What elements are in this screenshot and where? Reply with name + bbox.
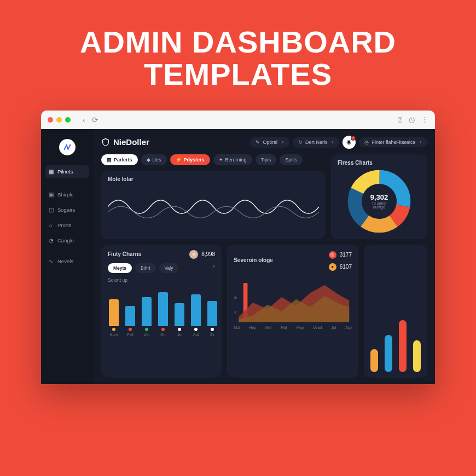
wave-title: Mole lolar bbox=[108, 176, 319, 182]
chip-meyts[interactable]: Meyts bbox=[108, 263, 132, 273]
tag-icon: ◆ bbox=[147, 157, 150, 162]
back-icon[interactable]: ‹ bbox=[83, 115, 85, 124]
browser-nav: ‹ ⟳ bbox=[83, 115, 98, 124]
area-card: Severoin ologe ◎3177 ●6107 8 18 bbox=[227, 245, 358, 378]
donut-value: 9,302 bbox=[370, 193, 388, 201]
donut-card: Firess Charts 9,302 To ue bbox=[331, 154, 427, 239]
star-icon: ✦ bbox=[219, 157, 223, 162]
notifications-button[interactable]: ◉ bbox=[343, 136, 356, 149]
browser-window: ‹ ⟳ ⍰ ◷ ⋮ ▦Pilnets ▣Shirple ◫Sogairs ⌂Pr… bbox=[41, 111, 435, 384]
close-icon[interactable] bbox=[48, 117, 53, 123]
donut-chart: 9,302 To ueber durrige bbox=[347, 169, 411, 234]
tab-spilts[interactable]: Spilts bbox=[280, 154, 303, 165]
sidebar-item-prorts[interactable]: ⌂Prorts bbox=[45, 219, 89, 232]
main-content: NieDoller ✎Optiral ↻Dert Nerls ◉ ◷ Finte… bbox=[94, 129, 435, 384]
svg-text:18: 18 bbox=[234, 295, 237, 300]
chip-valy[interactable]: Valy bbox=[159, 263, 179, 273]
clock-icon: ◷ bbox=[364, 140, 369, 145]
more-icon[interactable]: ⋮ bbox=[421, 115, 428, 124]
layers-icon: ◫ bbox=[48, 207, 54, 213]
refresh-icon[interactable]: ⟳ bbox=[92, 115, 98, 124]
topbar: NieDoller ✎Optiral ↻Dert Nerls ◉ ◷ Finte… bbox=[101, 136, 427, 149]
avatar-icon: ☻ bbox=[189, 250, 198, 259]
area-x-axis: MolHepMerRatMepUvadJulAsp bbox=[234, 326, 352, 329]
fiuty-title: Fiuty Charns bbox=[108, 251, 141, 257]
right-bars-card bbox=[364, 245, 427, 378]
wave-icon: ∿ bbox=[48, 258, 54, 265]
area-chart: 8 18 bbox=[234, 273, 352, 324]
stat-6107: ●6107 bbox=[329, 263, 352, 271]
fiuty-sub: Solont up bbox=[108, 277, 215, 283]
stat-3177: ◎3177 bbox=[329, 251, 352, 259]
sidebar: ▦Pilnets ▣Shirple ◫Sogairs ⌂Prorts ◔Cang… bbox=[41, 129, 94, 384]
browser-chrome: ‹ ⟳ ⍰ ◷ ⋮ bbox=[41, 111, 435, 129]
top-pill-dert[interactable]: ↻Dert Nerls bbox=[293, 137, 340, 148]
doc-icon: ▤ bbox=[107, 157, 112, 162]
sidebar-item-shirple[interactable]: ▣Shirple bbox=[45, 188, 89, 201]
sidebar-item-pilnets[interactable]: ▦Pilnets bbox=[45, 165, 89, 178]
svg-point-0 bbox=[69, 144, 71, 146]
minimize-icon[interactable] bbox=[56, 117, 62, 123]
traffic-lights bbox=[48, 117, 71, 123]
home-icon: ⌂ bbox=[48, 222, 54, 229]
chevron-down-icon[interactable] bbox=[211, 263, 215, 273]
box-icon: ▣ bbox=[48, 191, 54, 198]
bar-chart: HornFallUldOnJoAutSir bbox=[108, 293, 215, 336]
tab-tipis[interactable]: Tipis bbox=[256, 154, 277, 165]
wave-chart-card: Mole lolar bbox=[101, 171, 326, 239]
user-icon[interactable]: ⍰ bbox=[398, 115, 402, 124]
bell-icon: ◉ bbox=[346, 138, 352, 146]
avatar-stat: ☻ 8,998 bbox=[189, 250, 215, 259]
coin-icon: ● bbox=[329, 263, 336, 271]
tab-ues[interactable]: ◆Ues bbox=[141, 154, 167, 165]
link-icon: ↻ bbox=[298, 140, 303, 145]
wave-chart bbox=[108, 185, 319, 228]
top-pill-optiral[interactable]: ✎Optiral bbox=[250, 137, 289, 148]
filter-pill[interactable]: ◷ Finter flahsFitsesics bbox=[359, 137, 427, 147]
donut-sub: To ueber durrige bbox=[365, 201, 393, 209]
pie-icon: ◔ bbox=[48, 237, 54, 244]
chat-icon: ✎ bbox=[256, 140, 260, 145]
target-icon: ◎ bbox=[329, 251, 336, 259]
chip-bihrt[interactable]: Bihrt bbox=[135, 263, 155, 273]
shield-icon bbox=[101, 138, 110, 147]
bolt-icon: ⚡ bbox=[176, 157, 182, 162]
right-bars bbox=[370, 315, 421, 372]
logo[interactable] bbox=[59, 139, 76, 155]
tab-parlerts[interactable]: ▤Parlerts bbox=[101, 154, 138, 165]
donut-title: Firess Charts bbox=[338, 160, 421, 166]
tab-pdysters[interactable]: ⚡Pdysters bbox=[170, 154, 210, 165]
tab-berorning[interactable]: ✦Berorning bbox=[213, 154, 252, 165]
fiuty-chips: Meyts Bihrt Valy bbox=[108, 263, 215, 273]
banner-title: ADMIN DASHBOARDTEMPLATES bbox=[80, 26, 396, 91]
sidebar-item-sogairs[interactable]: ◫Sogairs bbox=[45, 204, 89, 217]
sidebar-item-cangle[interactable]: ◔Cangle bbox=[45, 234, 89, 247]
brand: NieDoller bbox=[101, 137, 149, 147]
sidebar-item-nevels[interactable]: ∿Nevels bbox=[45, 255, 89, 268]
svg-text:8: 8 bbox=[235, 310, 236, 314]
grid-icon: ▦ bbox=[48, 169, 54, 175]
clock-icon[interactable]: ◷ bbox=[409, 115, 415, 124]
tab-bar: ▤Parlerts ◆Ues ⚡Pdysters ✦Berorning Tipi… bbox=[101, 154, 326, 165]
fiuty-card: Fiuty Charns ☻ 8,998 Meyts Bihrt Valy So… bbox=[101, 245, 222, 378]
maximize-icon[interactable] bbox=[65, 117, 71, 123]
dashboard-app: ▦Pilnets ▣Shirple ◫Sogairs ⌂Prorts ◔Cang… bbox=[41, 129, 435, 384]
area-title: Severoin ologe bbox=[234, 257, 273, 263]
